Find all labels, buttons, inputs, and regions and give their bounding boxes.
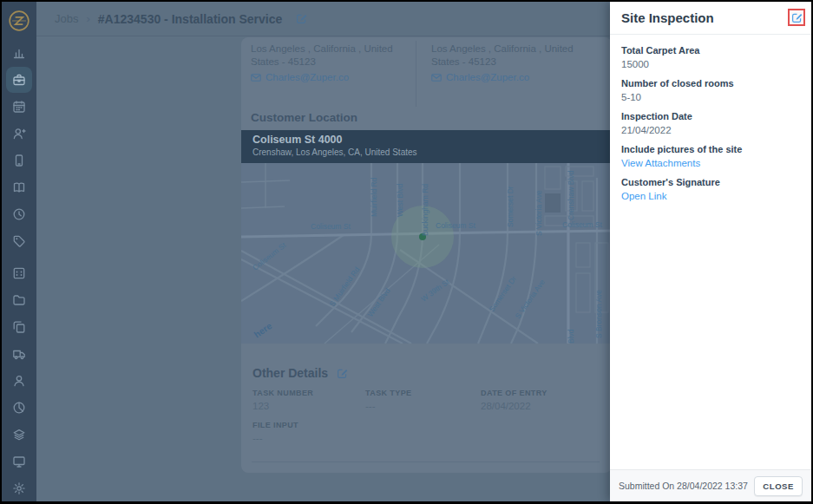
customer-location-heading: Customer Location [251,111,357,124]
sidebar-item-mobile[interactable] [2,147,36,173]
street-label: Somerset Dr [506,186,515,227]
street-label: S Victoria Ave [534,190,543,236]
inspection-field: Number of closed rooms 5-10 [621,78,800,104]
other-details-heading-row: Other Details [252,366,348,380]
view-attachments-link[interactable]: View Attachments [621,157,800,170]
zuper-logo-icon [2,2,36,39]
field-label: Include pictures of the site [621,144,800,155]
sidebar-item-display[interactable] [2,448,36,475]
field-label: Inspection Date [621,111,800,122]
sidebar-item-customers[interactable] [2,120,36,147]
sidebar-item-reports[interactable] [2,394,36,421]
field-value: 21/04/2022 [621,124,800,137]
street-label: Buckingham Rd [421,184,429,236]
customer-address: Los Angeles , California , United States… [431,43,589,69]
sidebar-item-fleet[interactable] [2,340,36,367]
inspection-field: Customer's Signature Open Link [621,177,800,203]
street-label: Blvd [567,329,575,344]
open-signature-link[interactable]: Open Link [621,190,800,203]
site-inspection-panel: Site Inspection Total Carpet Area 15000 … [610,2,811,501]
field-label: FILE INPUT [252,421,298,429]
sidebar-item-dashboard[interactable] [2,39,36,66]
sidebar-item-assets[interactable] [2,259,36,286]
field-value: 123 [252,401,269,411]
street-label: Muirfield Rd [370,177,378,217]
street-label: S Victoria Ave [513,278,547,320]
street-label: Coliseum St [311,222,351,231]
field-value: 15000 [621,58,800,71]
other-details-edit-icon[interactable] [337,368,348,379]
street-label: Coliseum St [562,220,602,229]
field-label: Number of closed rooms [621,78,800,89]
job-details-card: Los Angeles , California , United States… [241,37,612,473]
street-label: Coliseum St [251,240,288,272]
panel-body: Total Carpet Area 15000 Number of closed… [610,35,811,220]
sidebar-item-stacks[interactable] [2,421,36,448]
sidebar [2,2,36,501]
customer-email-row: Charles@Zuper.co [251,72,349,82]
map-banner-subtitle: Crenshaw, Los Angeles, CA, United States [252,147,612,157]
sidebar-item-tags[interactable] [2,227,36,254]
field-value: 5-10 [621,91,800,104]
site-inspection-edit-icon[interactable] [791,12,803,23]
customer-location-map[interactable]: Coliseum St Coliseum St Coliseum St Coli… [241,130,612,344]
section-divider [252,461,600,462]
field-value: --- [252,433,263,443]
field-value: --- [365,401,376,411]
street-label: S Bronson Ave [594,290,603,338]
sidebar-item-calendar[interactable] [2,93,36,120]
field-label: DATE OF ENTRY [481,389,547,397]
panel-header: Site Inspection [610,2,811,35]
page-title: #A1234530 - Installation Service [98,12,282,26]
map-address-banner: Coliseum St 4000 Crenshaw, Los Angeles, … [241,130,612,163]
sidebar-item-settings[interactable] [2,475,36,501]
panel-footer: Submitted On 28/04/2022 13:37 CLOSE [610,469,811,501]
customer-address: Los Angeles , California , United States… [251,43,409,69]
mail-icon [251,74,261,82]
field-value: 28/04/2022 [481,401,531,411]
submitted-timestamp: Submitted On 28/04/2022 13:37 [619,481,748,491]
panel-title: Site Inspection [621,2,714,35]
street-label: Coliseum St [436,221,475,230]
sidebar-item-jobs[interactable] [2,66,36,93]
screenshot-frame: Jobs › #A1234530 - Installation Service … [0,0,813,504]
map-banner-title: Coliseum St 4000 [252,134,612,146]
field-label: Customer's Signature [621,177,800,188]
sidebar-item-time[interactable] [2,200,36,227]
breadcrumb-separator: › [86,12,89,25]
briefcase-icon [6,67,32,93]
sidebar-item-projects[interactable] [2,286,36,313]
other-details-heading: Other Details [252,366,328,380]
sidebar-item-teams[interactable] [2,367,36,394]
close-button[interactable]: CLOSE [754,476,803,496]
customer-email-row: Charles@Zuper.co [431,72,529,82]
field-label: Total Carpet Area [621,45,800,56]
field-label: TASK TYPE [365,389,411,397]
street-label: S Muirfield Rd [327,265,361,308]
app-window: Jobs › #A1234530 - Installation Service … [2,2,811,501]
sidebar-item-library[interactable] [2,173,36,200]
street-label: W 39th St [419,277,451,303]
job-title-edit-icon[interactable] [296,13,307,24]
street-label: Crenshaw Blvd [567,171,575,220]
customer-email-link[interactable]: Charles@Zuper.co [266,72,349,82]
mail-icon [431,74,442,82]
map-park-block [545,193,561,213]
customer-email-link[interactable]: Charles@Zuper.co [446,72,529,82]
here-maps-watermark: here [252,320,273,340]
inspection-field: Inspection Date 21/04/2022 [621,111,800,137]
breadcrumb-jobs[interactable]: Jobs [55,12,78,25]
street-label: West Blvd [396,184,404,217]
field-label: TASK NUMBER [252,389,313,397]
inspection-field: Total Carpet Area 15000 [621,45,800,71]
sidebar-item-documents[interactable] [2,313,36,340]
street-label: West Blvd [365,286,391,318]
annotation-highlight-box [788,9,805,26]
column-divider [416,41,416,107]
inspection-field: Include pictures of the site View Attach… [621,144,800,170]
